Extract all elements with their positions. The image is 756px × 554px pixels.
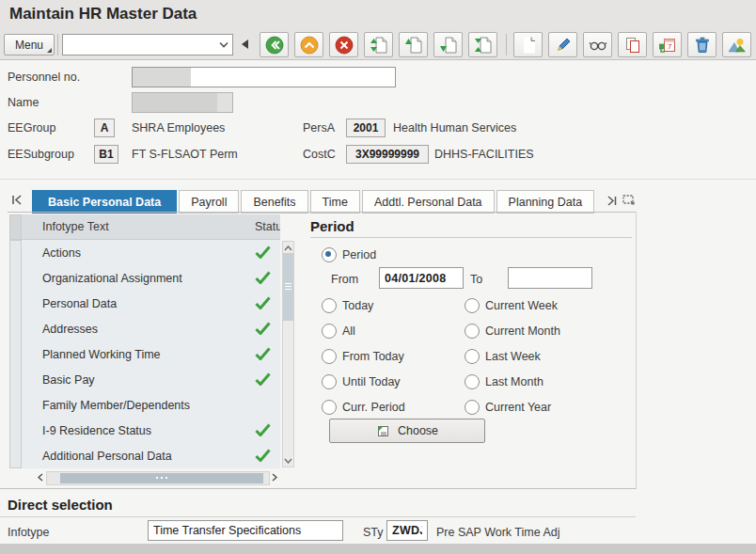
cost-center-value[interactable]: 3X99999999: [346, 145, 429, 164]
radio-curr-period[interactable]: Curr. Period: [322, 400, 405, 415]
radio-all[interactable]: All: [322, 324, 355, 339]
radio-icon[interactable]: [322, 298, 337, 313]
radio-icon[interactable]: [322, 349, 337, 364]
radio-today[interactable]: Today: [322, 298, 373, 313]
scrollbar-grip: [156, 477, 158, 479]
radio-last-month[interactable]: Last Month: [465, 374, 543, 389]
horizontal-scrollbar-track[interactable]: [46, 471, 270, 485]
direct-selection-title: Direct selection: [8, 497, 113, 513]
copy-button[interactable]: [618, 32, 647, 57]
table-horizontal-scrollbar[interactable]: [34, 471, 280, 483]
column-header-infotype-text[interactable]: Infotype Text: [42, 220, 109, 233]
infotype-row[interactable]: Actions: [22, 240, 280, 265]
period-title-underline: [310, 237, 632, 238]
status-check-icon: [255, 423, 271, 439]
radio-icon[interactable]: [465, 400, 480, 415]
infotype-row[interactable]: Organizational Assignment: [22, 265, 280, 291]
radio-icon[interactable]: [322, 374, 337, 389]
collapse-toolbar-icon[interactable]: [242, 40, 248, 49]
radio-current-year[interactable]: Current Year: [465, 400, 551, 415]
infotype-label: Infotype: [8, 526, 49, 539]
choose-button-label: Choose: [398, 424, 438, 437]
back-button[interactable]: [260, 32, 289, 57]
to-label: To: [470, 273, 482, 286]
radio-current-month[interactable]: Current Month: [465, 324, 560, 339]
tab-time[interactable]: Time: [310, 190, 360, 214]
pers-area-value[interactable]: 2001: [346, 119, 386, 137]
scroll-tabs-first-button[interactable]: [9, 193, 24, 211]
radio-label: Current Month: [485, 324, 560, 338]
radio-until-today[interactable]: Until Today: [322, 374, 401, 389]
radio-icon[interactable]: [322, 400, 337, 415]
radio-period[interactable]: Period: [322, 247, 376, 262]
table-row-selector-strip[interactable]: [9, 240, 22, 468]
to-date-input[interactable]: [508, 267, 592, 289]
choose-button[interactable]: Choose: [329, 419, 485, 443]
radio-last-week[interactable]: Last Week: [465, 349, 541, 364]
radio-icon[interactable]: [465, 324, 480, 339]
chevron-down-icon[interactable]: [215, 41, 232, 48]
column-header-status[interactable]: Statu: [255, 220, 280, 233]
infotype-row[interactable]: I-9 Residence Status: [22, 418, 280, 443]
infotype-row[interactable]: Addresses: [22, 316, 280, 341]
scroll-right-icon[interactable]: [268, 471, 280, 483]
table-header-selector-cell[interactable]: [9, 214, 22, 240]
command-input[interactable]: [63, 39, 215, 52]
tab-addtl-personal-data[interactable]: Addtl. Personal Data: [362, 190, 495, 214]
tab-benefits[interactable]: Benefits: [241, 190, 307, 214]
infotype-input[interactable]: [148, 520, 343, 541]
tab-basic-personal-data[interactable]: Basic Personal Data: [32, 190, 177, 214]
tab-planning-data[interactable]: Planning Data: [496, 190, 595, 214]
infotype-row[interactable]: Planned Working Time: [22, 341, 280, 367]
infotype-row[interactable]: Family Member/Dependents: [22, 392, 280, 418]
table-vertical-scrollbar[interactable]: [282, 241, 294, 467]
radio-current-week[interactable]: Current Week: [465, 298, 558, 313]
overview-button[interactable]: [722, 32, 751, 57]
status-bar: [0, 544, 756, 554]
infotype-row[interactable]: Basic Pay: [22, 367, 280, 392]
menu-button[interactable]: Menu: [4, 34, 55, 55]
tab-payroll[interactable]: Payroll: [179, 190, 239, 214]
personnel-no-field[interactable]: [132, 67, 396, 87]
radio-icon[interactable]: [465, 374, 480, 389]
first-page-button[interactable]: [364, 32, 393, 57]
vertical-scrollbar-thumb[interactable]: [283, 253, 293, 321]
create-button[interactable]: [513, 32, 543, 57]
infotype-row[interactable]: Additional Personal Data: [22, 443, 280, 468]
ee-group-label: EEGroup: [8, 121, 55, 135]
delete-button[interactable]: [687, 32, 717, 57]
scroll-tabs-last-button[interactable]: [606, 194, 619, 211]
infotype-table-header: Infotype Text Statu: [22, 214, 280, 240]
last-page-button[interactable]: [468, 32, 497, 57]
radio-from-today[interactable]: From Today: [322, 349, 404, 364]
infotype-row-label: Addresses: [42, 323, 98, 336]
scroll-left-icon[interactable]: [34, 471, 46, 483]
command-field-combo[interactable]: [62, 34, 233, 55]
scroll-down-icon[interactable]: [282, 454, 294, 467]
pers-area-text: Health Human Services: [393, 121, 516, 135]
previous-page-button[interactable]: [399, 32, 428, 57]
ee-group-value[interactable]: A: [94, 119, 115, 137]
from-date-input[interactable]: [379, 267, 464, 289]
next-page-icon: [438, 36, 459, 55]
radio-label: Until Today: [342, 375, 401, 388]
subtype-input[interactable]: [386, 520, 428, 541]
detach-tab-button[interactable]: [622, 193, 636, 210]
cancel-button[interactable]: [329, 32, 358, 57]
infotype-row[interactable]: Personal Data: [22, 291, 280, 316]
radio-icon[interactable]: [322, 324, 337, 339]
tab-label: Benefits: [253, 196, 295, 209]
scroll-last-icon: [606, 195, 619, 207]
radio-selected-icon[interactable]: [322, 247, 337, 262]
ee-subgroup-value[interactable]: B1: [94, 145, 118, 164]
horizontal-scrollbar-thumb[interactable]: [60, 473, 263, 483]
next-page-button[interactable]: [433, 32, 463, 57]
radio-icon[interactable]: [465, 298, 480, 313]
exit-button[interactable]: [294, 32, 323, 57]
change-button[interactable]: [548, 32, 577, 57]
last-page-icon: [473, 36, 494, 55]
radio-icon[interactable]: [465, 349, 480, 364]
tab-content-border-top: [8, 212, 636, 213]
display-button[interactable]: [583, 32, 612, 57]
delimit-button[interactable]: 7: [653, 32, 682, 57]
